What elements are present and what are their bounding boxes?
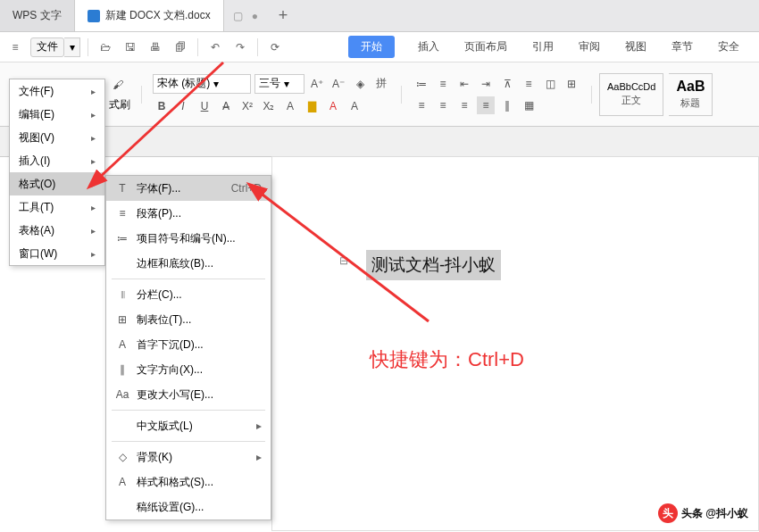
ribbon: 🖌 式刷 宋体 (标题)▾ 三号▾ A⁺ A⁻ ◈ 拼 B I U A̶ X² … — [0, 62, 759, 127]
file-menu-button[interactable]: 文件 ▾ — [30, 37, 80, 57]
refresh-icon[interactable]: ⟳ — [265, 37, 285, 57]
print-icon[interactable]: 🖶 — [146, 37, 165, 57]
align-justify-icon[interactable]: ≡ — [477, 96, 495, 114]
tab-start[interactable]: 开始 — [348, 36, 395, 58]
submenu-label: 文字方向(X)... — [137, 362, 203, 378]
indent-dec-icon[interactable]: ⇤ — [455, 75, 473, 93]
submenu-columns[interactable]: ⫴分栏(C)... — [106, 282, 271, 307]
sort-icon[interactable]: ⊼ — [498, 75, 516, 93]
line-spacing-icon[interactable]: ‖ — [498, 96, 516, 114]
border-icon — [115, 256, 129, 270]
menu-edit[interactable]: 编辑(E)▸ — [10, 103, 104, 126]
columns-icon: ⫴ — [115, 287, 129, 302]
menu-insert[interactable]: 插入(I)▸ — [10, 149, 104, 172]
subscript-icon[interactable]: X₂ — [260, 97, 278, 115]
submenu-textdir[interactable]: ∥文字方向(X)... — [106, 357, 271, 382]
menu-tools[interactable]: 工具(T)▸ — [10, 195, 104, 219]
submenu-dropcap[interactable]: A首字下沉(D)... — [106, 332, 271, 357]
dropcap-icon: A — [115, 337, 129, 352]
phonetic-icon[interactable]: 拼 — [372, 75, 390, 93]
menu-window[interactable]: 窗口(W)▸ — [10, 242, 104, 265]
numbering-icon[interactable]: ≡ — [434, 75, 452, 93]
bullets-icon[interactable]: ≔ — [413, 75, 430, 93]
close-tab-icon[interactable]: ● — [252, 10, 258, 22]
watermark-logo-icon: 头 — [658, 503, 678, 523]
doc-icon — [88, 10, 100, 22]
present-icon[interactable]: ▢ — [233, 10, 243, 22]
submenu-tabs[interactable]: ⊞制表位(T)... — [106, 307, 271, 332]
superscript-icon[interactable]: X² — [238, 97, 256, 115]
submenu-label: 中文版式(L) — [137, 419, 193, 434]
redo-icon[interactable]: ↷ — [230, 37, 250, 57]
document-tab[interactable]: 新建 DOCX 文档.docx — [75, 0, 224, 31]
submenu-bullets[interactable]: ≔项目符号和编号(N)... — [106, 226, 271, 251]
tab-review[interactable]: 审阅 — [577, 36, 602, 58]
submenu-cjk[interactable]: 中文版式(L)▸ — [106, 413, 271, 438]
format-painter-icon[interactable]: 🖌 — [109, 76, 127, 94]
tab-insert[interactable]: 插入 — [416, 36, 441, 58]
submenu-font[interactable]: T字体(F)...Ctrl+D — [106, 176, 271, 201]
align-dist-icon[interactable]: ≡ — [520, 75, 538, 93]
submenu-case[interactable]: Aa更改大小写(E)... — [106, 382, 271, 407]
align-right-icon[interactable]: ≡ — [455, 96, 473, 114]
submenu-label: 字体(F)... — [137, 181, 180, 196]
shrink-font-icon[interactable]: A⁻ — [329, 75, 347, 93]
char-shading-icon[interactable]: A — [346, 97, 363, 115]
menu-file[interactable]: 文件(F)▸ — [10, 79, 104, 103]
case-icon: Aa — [115, 387, 129, 402]
table-icon[interactable]: ⊞ — [563, 75, 580, 93]
tab-layout[interactable]: 页面布局 — [463, 36, 509, 58]
submenu-background[interactable]: ◇背景(K)▸ — [106, 445, 271, 470]
style-label: 标题 — [676, 96, 705, 110]
submenu-borders[interactable]: 边框和底纹(B)... — [106, 251, 271, 276]
highlight-icon[interactable]: ▇ — [303, 97, 321, 115]
menu-icon[interactable]: ≡ — [5, 37, 25, 57]
grow-font-icon[interactable]: A⁺ — [308, 75, 326, 93]
indent-inc-icon[interactable]: ⇥ — [477, 75, 495, 93]
submenu-paragraph[interactable]: ≡段落(P)... — [106, 201, 271, 226]
submenu-grid[interactable]: 稿纸设置(G)... — [106, 495, 271, 520]
style-heading[interactable]: AaB 标题 — [669, 73, 713, 116]
open-icon[interactable]: 🗁 — [96, 37, 115, 57]
menu-label: 窗口(W) — [19, 246, 57, 262]
tab-reference[interactable]: 引用 — [530, 36, 555, 58]
font-color-icon[interactable]: A — [324, 97, 342, 115]
menu-view[interactable]: 视图(V)▸ — [10, 126, 104, 149]
submenu-styles[interactable]: A样式和格式(S)... — [106, 470, 271, 495]
underline-icon[interactable]: U — [196, 97, 213, 115]
app-tab[interactable]: WPS 文字 — [0, 0, 75, 31]
italic-icon[interactable]: I — [174, 97, 192, 115]
strike-icon[interactable]: A̶ — [217, 97, 235, 115]
shortcut-text: Ctrl+D — [231, 182, 262, 195]
size-select[interactable]: 三号▾ — [254, 74, 304, 94]
border-icon[interactable]: ◫ — [541, 75, 559, 93]
menu-format[interactable]: 格式(O)▸ — [10, 172, 104, 195]
save-icon[interactable]: 🖫 — [121, 37, 140, 57]
tab-chapter[interactable]: 章节 — [670, 36, 695, 58]
menu-label: 编辑(E) — [19, 107, 54, 122]
document-selected-text[interactable]: 测试文档-抖小蚁 — [366, 250, 501, 280]
new-tab-button[interactable]: + — [267, 0, 299, 31]
tab-security[interactable]: 安全 — [716, 36, 741, 58]
align-center-icon[interactable]: ≡ — [434, 96, 452, 114]
styles-icon: A — [115, 475, 129, 489]
textdir-icon: ∥ — [115, 362, 129, 377]
menu-table[interactable]: 表格(A)▸ — [10, 219, 104, 242]
shading-icon[interactable]: ▦ — [520, 96, 538, 114]
file-dropdown-menu: 文件(F)▸ 编辑(E)▸ 视图(V)▸ 插入(I)▸ 格式(O)▸ 工具(T)… — [9, 79, 105, 266]
style-normal[interactable]: AaBbCcDd 正文 — [599, 73, 663, 116]
style-preview: AaB — [676, 79, 705, 95]
align-left-icon[interactable]: ≡ — [413, 96, 430, 114]
watermark-text: 头条 @抖小蚁 — [681, 507, 748, 520]
tab-view[interactable]: 视图 — [623, 36, 648, 58]
paragraph-mark-icon: ⊟ — [339, 254, 348, 267]
file-dropdown-icon[interactable]: ▾ — [64, 37, 80, 57]
preview-icon[interactable]: 🗐 — [171, 37, 190, 57]
bold-icon[interactable]: B — [153, 97, 171, 115]
undo-icon[interactable]: ↶ — [205, 37, 225, 57]
clear-format-icon[interactable]: ◈ — [351, 75, 369, 93]
ruler-area — [0, 127, 759, 157]
font-select[interactable]: 宋体 (标题)▾ — [153, 74, 251, 94]
text-effect-icon[interactable]: A — [281, 97, 299, 115]
submenu-arrow-icon: ▸ — [91, 133, 96, 143]
